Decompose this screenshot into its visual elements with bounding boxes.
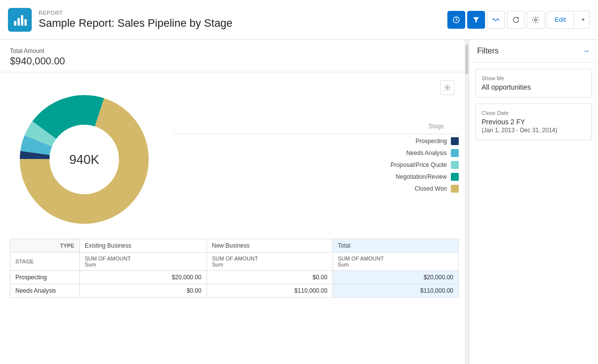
donut-center-label: 940K: [69, 152, 100, 167]
legend-swatch-needs-analysis: [451, 149, 459, 157]
header: REPORT Sample Report: Sales Pipeline by …: [0, 0, 598, 40]
table-sub2: SUM OF AMOUNT Sum: [207, 253, 332, 271]
refresh-icon: [512, 16, 520, 24]
wave-icon: [492, 16, 500, 24]
left-panel: Total Amount $940,000.00: [0, 40, 469, 364]
legend-label-proposal: Proposal/Price Quote: [390, 161, 447, 168]
legend-label-negotiation: Negotiation/Review: [396, 173, 447, 180]
page-title: Sample Report: Sales Pipeline by Stage: [39, 17, 447, 30]
table-row: Prospecting $20,000.00 $0.00 $20,000.00: [10, 271, 459, 284]
table-type-header: TYPE: [10, 239, 80, 253]
legend-title: Stage: [173, 123, 459, 130]
table-sub2-sum: Sum: [212, 261, 327, 267]
svg-rect-2: [21, 15, 23, 25]
scrollbar[interactable]: [465, 40, 469, 364]
main-layout: Total Amount $940,000.00: [0, 40, 598, 364]
table-sub1-label: SUM OF AMOUNT: [85, 256, 202, 261]
legend-label-prospecting: Prospecting: [416, 138, 447, 145]
total-amount-label: Total Amount: [10, 48, 459, 54]
table-stage-1: Needs Analysis: [10, 284, 80, 298]
chart-container: 940K Stage Prospecting Needs Analysis: [10, 85, 459, 234]
legend-divider: [173, 134, 459, 134]
table-sub2-label: SUM OF AMOUNT: [212, 256, 327, 261]
table-total-0: $20,000.00: [332, 271, 458, 284]
scroll-thumb: [465, 45, 468, 74]
table-col2-1: $110,000.00: [207, 284, 332, 298]
legend-label-needs-analysis: Needs Analysis: [406, 150, 447, 156]
table-stage-sub-header: STAGE: [10, 253, 80, 271]
chart-gear-icon: [444, 84, 451, 91]
close-date-filter-card[interactable]: Close Date Previous 2 FY (Jan 1, 2013 - …: [475, 104, 592, 140]
donut-chart: 940K: [10, 85, 159, 234]
svg-point-8: [446, 87, 448, 89]
chart-settings-button[interactable]: [440, 80, 455, 95]
table-sub1: SUM OF AMOUNT Sum: [80, 253, 207, 271]
show-me-label: Show Me: [482, 75, 586, 81]
clock-button[interactable]: [447, 11, 465, 29]
wave-button[interactable]: [487, 11, 505, 29]
total-amount-section: Total Amount $940,000.00: [0, 40, 469, 72]
svg-marker-5: [473, 17, 479, 22]
header-text: REPORT Sample Report: Sales Pipeline by …: [39, 10, 447, 30]
legend-swatch-prospecting: [451, 137, 459, 145]
filters-header: Filters →: [469, 40, 598, 63]
svg-rect-1: [17, 18, 20, 25]
svg-rect-0: [14, 21, 16, 25]
legend-item-closed-won: Closed Won: [173, 185, 459, 193]
table-col1-1: $0.00: [80, 284, 207, 298]
legend-item-prospecting: Prospecting: [173, 137, 459, 145]
table-sub3-sum: Sum: [338, 261, 453, 267]
edit-dropdown-button[interactable]: [576, 11, 590, 29]
chart-legend: Stage Prospecting Needs Analysis Proposa…: [173, 123, 459, 197]
report-label: REPORT: [39, 10, 447, 16]
close-date-sub: (Jan 1, 2013 - Dec 31, 2014): [482, 127, 586, 134]
legend-item-needs-analysis: Needs Analysis: [173, 149, 459, 157]
chart-area: 940K Stage Prospecting Needs Analysis: [0, 72, 469, 306]
table-col1-header: Existing Business: [80, 239, 207, 253]
table-stage-0: Prospecting: [10, 271, 80, 284]
table-col1-0: $20,000.00: [80, 271, 207, 284]
table-row: Needs Analysis $0.00 $110,000.00 $110,00…: [10, 284, 459, 298]
chart-bar-icon: [13, 13, 27, 27]
close-date-label: Close Date: [482, 110, 586, 116]
table-sub3-label: SUM OF AMOUNT: [338, 256, 453, 261]
legend-swatch-closed-won: [451, 185, 459, 193]
legend-item-negotiation: Negotiation/Review: [173, 173, 459, 181]
filter-button[interactable]: [467, 11, 485, 29]
filters-arrow-icon[interactable]: →: [582, 47, 590, 55]
table-col2-header: New Business: [207, 239, 332, 253]
close-date-value: Previous 2 FY: [482, 118, 586, 126]
table-total-1: $110,000.00: [332, 284, 458, 298]
edit-button[interactable]: Edit: [546, 11, 574, 29]
filter-icon: [472, 16, 480, 24]
svg-point-6: [535, 19, 537, 21]
clock-icon: [452, 16, 460, 24]
svg-marker-7: [582, 19, 585, 21]
gear-icon: [532, 16, 540, 24]
chevron-down-icon: [581, 17, 586, 22]
svg-rect-3: [24, 19, 27, 25]
legend-item-proposal: Proposal/Price Quote: [173, 161, 459, 169]
report-icon: [8, 8, 32, 32]
legend-label-closed-won: Closed Won: [415, 185, 447, 192]
filters-title: Filters: [477, 47, 499, 55]
refresh-button[interactable]: [507, 11, 525, 29]
legend-swatch-negotiation: [451, 173, 459, 181]
table-col2-0: $0.00: [207, 271, 332, 284]
data-table: TYPE Existing Business New Business Tota…: [10, 239, 459, 298]
settings-button[interactable]: [527, 11, 544, 29]
table-sub1-sum: Sum: [85, 261, 202, 267]
total-amount-value: $940,000.00: [10, 55, 459, 67]
table-sub3: SUM OF AMOUNT Sum: [332, 253, 458, 271]
legend-swatch-proposal: [451, 161, 459, 169]
table-col3-header: Total: [332, 239, 458, 253]
show-me-filter-card[interactable]: Show Me All opportunities: [475, 69, 592, 98]
header-actions: Edit: [447, 11, 590, 29]
right-panel: Filters → Show Me All opportunities Clos…: [469, 40, 598, 364]
show-me-value: All opportunities: [482, 83, 586, 91]
